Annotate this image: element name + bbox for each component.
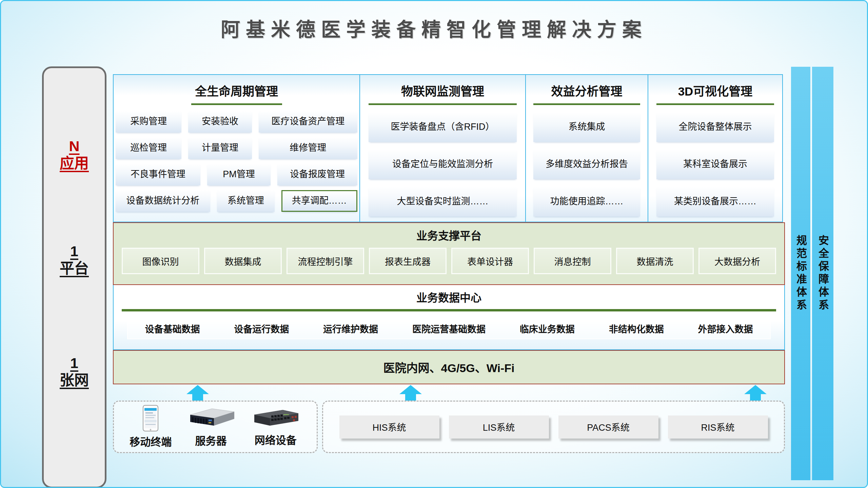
device-label: 移动终端 [130,433,172,449]
benefit-stack: 系统集成多维度效益分析报告功能使用追踪…… [533,112,640,217]
platform-items-row: 图像识别数据集成流程控制引擎报表生成器表单设计器消息控制数据清洗大数据分析 [122,248,776,274]
platform-title: 业务支撑平台 [114,223,784,243]
lifecycle-row: 不良事件管理PM管理设备报废管理 [116,164,357,185]
slide-title: 阿基米德医学装备精智化管理解决方案 [1,14,867,42]
legend-n-applications: N 应用 [44,138,105,172]
diagram-main: 全生命周期管理 采购管理安装验收医疗设备资产管理 巡检管理计量管理维修管理 不良… [113,74,785,453]
application-layer: 全生命周期管理 采购管理安装验收医疗设备资产管理 巡检管理计量管理维修管理 不良… [113,74,785,222]
arrow-layer [113,384,785,401]
bottom-layer: 移动终端 [113,401,785,453]
benefit-item: 功能使用追踪…… [533,187,640,217]
iot-stack: 医学装备盘点（含RFID）设备定位与能效监测分析大型设备实时监测…… [369,112,517,217]
benefit-item: 系统集成 [533,112,640,142]
benefit-item: 多维度效益分析报告 [533,149,640,179]
title-underline [191,103,282,105]
title-underline [369,103,517,105]
external-system-box: HIS系统 [339,415,439,439]
data-center-title: 业务数据中心 [114,285,784,305]
platform-item: 大数据分析 [698,248,776,274]
divider-line [122,309,776,311]
lifecycle-item: 不良事件管理 [116,164,200,185]
panel-title: 3D可视化管理 [656,82,774,99]
lifecycle-item: 安装验收 [188,111,252,133]
external-systems-box: HIS系统LIS系统PACS系统RIS系统 [322,401,785,453]
platform-item: 数据集成 [204,248,282,274]
lifecycle-item: 巡检管理 [116,137,181,159]
standards-bar-label: 规范标准体系 [793,235,808,312]
external-system-box: LIS系统 [449,415,549,439]
lifecycle-item: 医疗设备资产管理 [259,111,357,133]
external-system-box: RIS系统 [668,415,768,439]
data-item: 非结构化数据 [606,322,667,335]
iot-item: 设备定位与能效监测分析 [369,149,517,179]
platform-item: 图像识别 [122,248,199,274]
lifecycle-item: 计量管理 [188,137,252,159]
device-label: 服务器 [195,432,226,448]
legend-line: 1 [44,354,105,372]
lifecycle-row: 设备数据统计分析系统管理共享调配…… [116,190,357,212]
up-arrow-icon [186,385,209,401]
left-legend-panel: N 应用 1 平台 1 张网 [42,66,106,488]
device-label: 网络设备 [255,432,297,447]
network-label: 医院内网、4G/5G、Wi-Fi [383,359,515,375]
device-network-switch: 网络设备 [250,407,301,447]
title-underline [656,103,774,105]
legend-line: N [44,138,105,155]
lifecycle-item: 系统管理 [217,190,275,212]
iot-item: 大型设备实时监测…… [369,187,517,217]
infrastructure-box: 移动终端 [113,401,318,453]
lifecycle-grid: 采购管理安装验收医疗设备资产管理 巡检管理计量管理维修管理 不良事件管理PM管理… [116,111,357,212]
platform-item: 流程控制引擎 [287,248,364,274]
panel-title: 效益分析管理 [533,82,640,99]
security-system-bar: 安全保障体系 [812,67,833,480]
legend-line: 张网 [44,372,105,389]
panel-title: 全生命周期管理 [116,82,357,99]
data-item: 外部接入数据 [695,322,755,335]
network-switch-icon [250,407,301,430]
data-item: 临床业务数据 [517,322,577,335]
legend-line: 平台 [44,260,105,277]
panel-3d-visualization: 3D可视化管理 全院设备整体展示某科室设备展示某类别设备展示…… [648,74,783,222]
lifecycle-item: 采购管理 [116,111,181,133]
lifecycle-item: 设备报废管理 [277,164,357,185]
title-underline [533,103,640,105]
slide-canvas: 阿基米德医学装备精智化管理解决方案 N 应用 1 平台 1 张网 全生命周期管理 [0,0,868,488]
legend-one-platform: 1 平台 [44,243,105,277]
panel-lifecycle-management: 全生命周期管理 采购管理安装验收医疗设备资产管理 巡检管理计量管理维修管理 不良… [113,74,360,222]
data-item: 设备运行数据 [231,322,292,335]
platform-item: 表单设计器 [451,248,529,274]
business-data-center: 业务数据中心 设备基础数据设备运行数据运行维护数据医院运营基础数据临床业务数据非… [113,285,785,350]
visualization-item: 全院设备整体展示 [656,112,774,142]
data-item: 医院运营基础数据 [410,322,488,335]
security-bar-label: 安全保障体系 [815,235,830,312]
lifecycle-row: 巡检管理计量管理维修管理 [116,137,357,159]
visualization-stack: 全院设备整体展示某科室设备展示某类别设备展示…… [656,112,774,217]
platform-item: 报表生成器 [369,248,447,274]
device-mobile-terminal: 移动终端 [130,405,172,449]
device-server: 服务器 [185,406,236,448]
legend-line: 应用 [44,155,105,172]
lifecycle-item: 设备数据统计分析 [116,190,210,212]
visualization-item: 某类别设备展示…… [656,187,774,217]
data-item: 设备基础数据 [142,322,202,335]
visualization-item: 某科室设备展示 [656,149,774,179]
server-icon [185,406,236,430]
mobile-terminal-icon [143,405,158,431]
panel-benefit-analysis: 效益分析管理 系统集成多维度效益分析报告功能使用追踪…… [525,74,648,222]
standards-system-bar: 规范标准体系 [791,67,810,480]
up-arrow-icon [399,385,422,401]
legend-one-network: 1 张网 [44,354,105,389]
lifecycle-item: 维修管理 [259,137,357,159]
lifecycle-item: 共享调配…… [281,190,357,212]
panel-iot-monitoring: 物联网监测管理 医学装备盘点（含RFID）设备定位与能效监测分析大型设备实时监测… [359,74,526,222]
panel-title: 物联网监测管理 [369,82,517,99]
external-system-box: PACS系统 [558,415,658,439]
data-items-row: 设备基础数据设备运行数据运行维护数据医院运营基础数据临床业务数据非结构化数据外部… [127,318,771,339]
data-item: 运行维护数据 [320,322,381,335]
network-band: 医院内网、4G/5G、Wi-Fi [113,350,785,384]
lifecycle-row: 采购管理安装验收医疗设备资产管理 [116,111,357,133]
legend-line: 1 [44,243,105,260]
iot-item: 医学装备盘点（含RFID） [369,112,517,142]
platform-item: 消息控制 [534,248,611,274]
platform-item: 数据清洗 [616,248,694,274]
